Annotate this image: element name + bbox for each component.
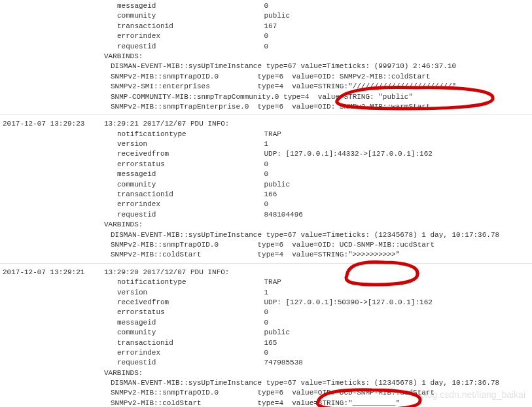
field-row: version 1 bbox=[104, 288, 532, 298]
varbind-row: DISMAN-EVENT-MIB::sysUpTimeInstance type… bbox=[104, 230, 532, 240]
field-row: errorindex 0 bbox=[104, 200, 532, 209]
timestamp: 2017-12-07 13:29:23 bbox=[0, 119, 104, 260]
timestamp bbox=[0, 1, 104, 112]
varbind-row: DISMAN-EVENT-MIB::sysUpTimeInstance type… bbox=[104, 378, 532, 388]
varbind-row: SNMPv2-MIB::snmpTrapOID.0 type=6 value=O… bbox=[104, 240, 532, 250]
field-row: notificationtype TRAP bbox=[104, 130, 532, 139]
varbind-row: DISMAN-EVENT-MIB::sysUpTimeInstance type… bbox=[104, 62, 532, 71]
field-row: messageid 0 bbox=[104, 169, 532, 179]
varbinds-header: VARBINDS: bbox=[104, 220, 532, 230]
field-row: messageid 0 bbox=[104, 318, 532, 328]
pdu-header: 13:29:21 2017/12/07 PDU INFO: bbox=[104, 119, 532, 129]
field-row: community public bbox=[104, 180, 532, 190]
field-row: errorindex 0 bbox=[104, 348, 532, 358]
varbind-row: SNMPv2-MIB::coldStart type=4 value=STRIN… bbox=[104, 250, 532, 260]
varbind-row: SNMPv2-SMI::enterprises type=4 value=STR… bbox=[104, 82, 532, 92]
varbind-row: SNMP-COMMUNITY-MIB::snmpTrapCommunity.0 … bbox=[104, 92, 532, 102]
field-row: transactionid 167 bbox=[104, 22, 532, 31]
field-row: messageid 0 bbox=[104, 1, 532, 11]
field-row: transactionid 165 bbox=[104, 338, 532, 348]
field-row: community public bbox=[104, 11, 532, 21]
log-entry: 2017-12-07 13:29:2313:29:21 2017/12/07 P… bbox=[0, 118, 532, 261]
varbinds-header: VARBINDS: bbox=[104, 52, 532, 62]
field-row: receivedfrom UDP: [127.0.0.1]:50390->[12… bbox=[104, 298, 532, 308]
log-body: 13:29:21 2017/12/07 PDU INFO:notificatio… bbox=[104, 119, 532, 260]
field-row: errorstatus 0 bbox=[104, 160, 532, 169]
field-row: errorindex 0 bbox=[104, 31, 532, 41]
field-row: requestid 848104496 bbox=[104, 210, 532, 220]
field-row: transactionid 166 bbox=[104, 190, 532, 200]
field-row: requestid 0 bbox=[104, 42, 532, 52]
varbind-row: SNMPv2-MIB::snmpTrapEnterprise.0 type=6 … bbox=[104, 102, 532, 112]
log-entry: 2017-12-07 13:29:2113:29:20 2017/12/07 P… bbox=[0, 266, 532, 407]
field-row: notificationtype TRAP bbox=[104, 277, 532, 287]
field-row: requestid 747985538 bbox=[104, 358, 532, 368]
log-body: messageid 0community publictransactionid… bbox=[104, 1, 532, 112]
varbind-row: SNMPv2-MIB::snmpTrapOID.0 type=6 value=O… bbox=[104, 72, 532, 82]
field-row: receivedfrom UDP: [127.0.0.1]:44332->[12… bbox=[104, 149, 532, 159]
field-row: errorstatus 0 bbox=[104, 308, 532, 317]
timestamp: 2017-12-07 13:29:21 bbox=[0, 268, 104, 407]
log-entry: messageid 0community publictransactionid… bbox=[0, 0, 532, 113]
varbind-row: SNMPv2-MIB::coldStart type=4 value=STRIN… bbox=[104, 398, 532, 407]
log-body: 13:29:20 2017/12/07 PDU INFO:notificatio… bbox=[104, 268, 532, 407]
varbinds-header: VARBINDS: bbox=[104, 368, 532, 378]
field-row: version 1 bbox=[104, 139, 532, 149]
varbind-row: SNMPv2-MIB::snmpTrapOID.0 type=6 value=O… bbox=[104, 388, 532, 398]
field-row: community public bbox=[104, 328, 532, 338]
pdu-header: 13:29:20 2017/12/07 PDU INFO: bbox=[104, 268, 532, 277]
